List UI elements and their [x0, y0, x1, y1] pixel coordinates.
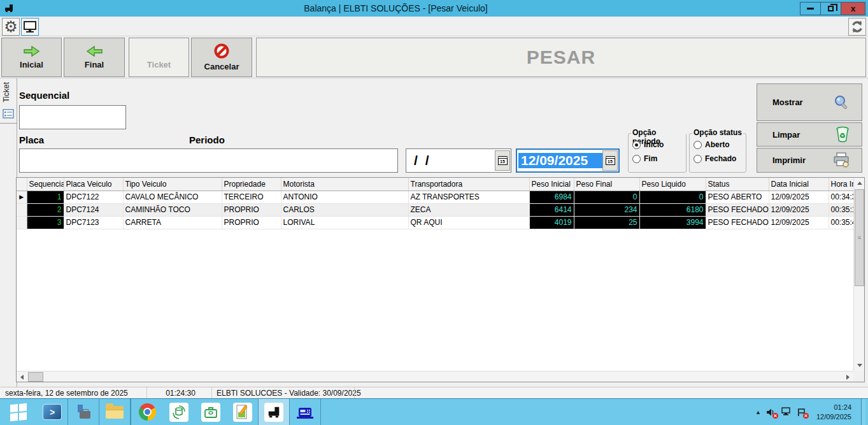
action-center-flag-icon[interactable]: ✕ [796, 407, 807, 417]
placa-input[interactable] [19, 148, 398, 173]
table-row[interactable]: ▶ 1 DPC7122 CAVALO MECÂNICO TERCEIRO ANT… [17, 191, 853, 203]
printer-icon [833, 152, 850, 168]
gear-icon: ⚙ [4, 19, 18, 34]
display-button[interactable] [21, 18, 39, 36]
tray-expand-icon[interactable]: ▲ [755, 409, 761, 415]
close-button[interactable]: x [841, 2, 865, 15]
ticket-button[interactable]: Ticket [129, 38, 189, 77]
magnifier-icon [834, 94, 850, 111]
show-desktop-button[interactable] [861, 399, 865, 425]
radio-aberto-circle [694, 141, 702, 149]
date-end-field[interactable]: 12/09/2025 15 [516, 148, 620, 173]
table-row[interactable]: 3 DPC7123 CARRETA PROPRIO LORIVAL QR AQU… [17, 216, 853, 229]
sequencial-input[interactable] [19, 105, 126, 129]
powershell-icon: > [43, 404, 62, 420]
col-sequencia[interactable]: Sequencia [27, 178, 64, 191]
placa-label: Placa [19, 134, 44, 145]
radio-fechado[interactable]: Fechado [694, 154, 736, 163]
col-transportadora[interactable]: Transportadora [408, 178, 529, 191]
horizontal-scrollbar[interactable] [17, 371, 853, 382]
date-start-field[interactable]: / / 15 [406, 148, 511, 173]
col-peso-inicial[interactable]: Peso Inicial [529, 178, 574, 191]
radio-fim[interactable]: Fim [632, 154, 657, 163]
refresh-button[interactable] [848, 18, 866, 36]
vehicles-grid: Sequencia Placa Veiculo Tipo Veiculo Pro… [16, 177, 865, 382]
scroll-left-button[interactable] [17, 371, 27, 382]
taskbar-scale-app[interactable] [289, 399, 321, 425]
window-title: Balança | ELBTI SOLUÇÕES - [Pesar Veicul… [0, 3, 792, 13]
inicial-button[interactable]: Inicial [1, 38, 62, 77]
opcao-periodo-group: Opção periodo Inicio Fim [628, 133, 687, 173]
close-icon: x [851, 4, 855, 13]
radio-fim-circle [632, 155, 641, 163]
radio-aberto[interactable]: Aberto [694, 140, 730, 149]
col-propriedade[interactable]: Propriedade [222, 178, 281, 191]
imprimir-button[interactable]: Imprimir [757, 148, 862, 173]
final-button[interactable]: Final [64, 38, 125, 77]
taskbar-chrome[interactable] [131, 399, 163, 425]
arrow-left-icon [86, 46, 103, 57]
server-manager-icon [75, 404, 92, 421]
status-license: ELBTI SOLUCOES - Validade: 30/09/2025 [217, 388, 361, 398]
taskbar-briefcase-app[interactable] [195, 399, 227, 425]
restore-button[interactable] [820, 2, 841, 15]
mostrar-button[interactable]: Mostrar [757, 83, 862, 121]
desktop-screen: Balança | ELBTI SOLUÇÕES - [Pesar Veicul… [0, 0, 868, 425]
col-tipo[interactable]: Tipo Veiculo [123, 178, 222, 191]
taskbar-notes-app[interactable] [227, 399, 259, 425]
taskbar-server-manager[interactable] [68, 399, 99, 425]
refresh-icon [850, 20, 864, 34]
limpar-button[interactable]: Limpar ♻ [757, 122, 862, 147]
database-sync-icon [169, 403, 189, 422]
windows-logo-icon [10, 403, 27, 421]
grid-header-row: Sequencia Placa Veiculo Tipo Veiculo Pro… [17, 178, 853, 191]
briefcase-icon [201, 403, 220, 422]
col-peso-liquido[interactable]: Peso Liquido [639, 178, 706, 191]
tool-strip: ⚙ [0, 17, 868, 36]
taskbar-database-sync[interactable] [163, 399, 195, 425]
settings-button[interactable]: ⚙ [2, 18, 20, 36]
folder-icon [106, 406, 124, 419]
taskbar: > [0, 398, 868, 425]
date-start-picker-button[interactable]: 15 [495, 150, 510, 171]
col-status[interactable]: Status [706, 178, 769, 191]
network-icon[interactable] [781, 407, 792, 417]
cancelar-button[interactable]: Cancelar [191, 38, 252, 77]
tab-ticket[interactable]: Ticket [2, 82, 11, 103]
chevron-left-icon [20, 375, 24, 380]
list-icon[interactable] [3, 109, 14, 119]
col-motorista[interactable]: Motorista [281, 178, 408, 191]
col-placa[interactable]: Placa Veiculo [64, 178, 123, 191]
minimize-button[interactable] [800, 2, 821, 15]
col-peso-final[interactable]: Peso Final [574, 178, 639, 191]
opcao-status-group: Opção status Aberto Fechado [689, 133, 746, 173]
scroll-up-button[interactable] [854, 178, 865, 189]
scroll-right-button[interactable] [843, 371, 853, 382]
taskbar-clock[interactable]: 01:24 12/09/2025 [811, 403, 857, 422]
status-date: sexta-feira, 12 de setembro de 2025 [5, 388, 128, 398]
chevron-up-icon [857, 182, 862, 185]
grid-table: Sequencia Placa Veiculo Tipo Veiculo Pro… [17, 178, 854, 229]
date-end-picker-button[interactable]: 15 [602, 150, 618, 171]
taskbar-powershell[interactable]: > [36, 399, 68, 425]
status-divider [211, 387, 212, 399]
scroll-down-button[interactable] [854, 360, 865, 371]
radio-inicio-circle [632, 141, 641, 149]
radio-inicio[interactable]: Inicio [632, 140, 664, 149]
taskbar-file-explorer[interactable] [99, 399, 131, 425]
col-hora-inicial[interactable]: Hora Inicial [829, 178, 853, 191]
table-row[interactable]: 2 DPC7124 CAMINHÃO TOCO PROPRIO CARLOS Z… [17, 203, 853, 216]
date-start-value: / / [406, 153, 495, 168]
row-selector [17, 203, 27, 216]
taskbar-balanca-app[interactable] [258, 399, 290, 425]
pesar-title: PESAR [527, 47, 595, 68]
vertical-scroll-thumb[interactable]: ≡ [855, 189, 864, 286]
volume-muted-icon[interactable]: ✕ [765, 407, 776, 417]
vertical-scrollbar[interactable]: ≡ [853, 178, 864, 371]
clock-date: 12/09/2025 [816, 412, 851, 422]
col-data-inicial[interactable]: Data Inicial [769, 178, 829, 191]
horizontal-scroll-thumb[interactable] [28, 372, 43, 382]
sequencial-label: Sequencial [19, 90, 69, 101]
status-divider [146, 387, 147, 399]
start-button[interactable] [0, 399, 36, 425]
